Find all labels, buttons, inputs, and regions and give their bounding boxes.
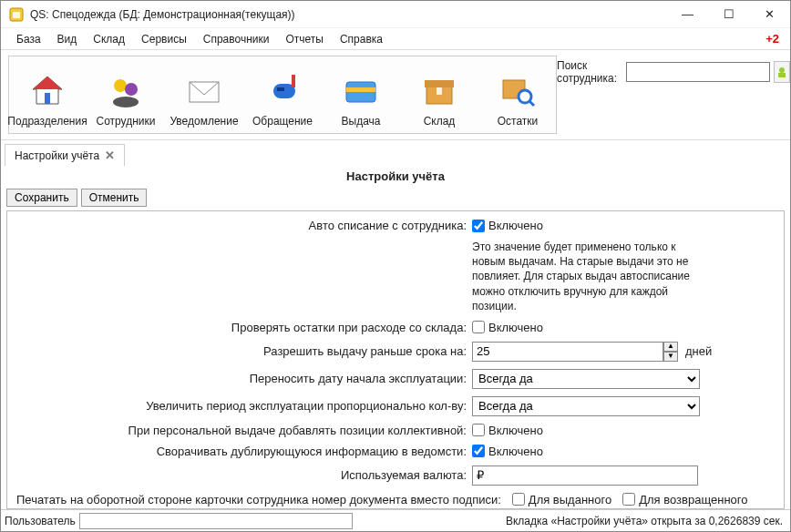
- checkbox-print-returned[interactable]: Для возвращенного: [622, 493, 747, 506]
- toolbar-employees[interactable]: Сотрудники: [87, 58, 164, 131]
- toolbar-notification[interactable]: Уведомление: [166, 58, 242, 131]
- toolbar-remains[interactable]: Остатки: [479, 58, 556, 131]
- main-toolbar: Подразделения Сотрудники Уведомление Обр…: [8, 56, 557, 134]
- checkbox-add-collective-input[interactable]: [472, 424, 485, 436]
- checkbox-print-issued-input[interactable]: [512, 493, 525, 506]
- status-user-input[interactable]: [79, 513, 353, 529]
- maximize-button[interactable]: ☐: [708, 1, 749, 28]
- checkbox-print-returned-input[interactable]: [622, 493, 635, 506]
- label-check-stock: Проверять остатки при расходе со склада:: [16, 321, 472, 334]
- input-allow-early-days[interactable]: [472, 342, 663, 362]
- toolbar-issue[interactable]: Выдача: [323, 58, 399, 131]
- cancel-button[interactable]: Отменить: [81, 189, 148, 207]
- menu-stock[interactable]: Склад: [85, 30, 133, 48]
- status-user-label: Пользователь: [5, 515, 76, 527]
- search-label: Поиск сотрудника:: [557, 59, 622, 85]
- box-icon: [423, 71, 456, 111]
- spinner-allow-early: ▲ ▼: [663, 342, 678, 362]
- envelope-icon: [186, 71, 222, 111]
- svg-rect-8: [190, 82, 219, 102]
- svg-point-7: [113, 97, 139, 107]
- svg-marker-3: [33, 77, 62, 89]
- label-extend-period: Увеличить период эксплуатации пропорцион…: [16, 399, 472, 413]
- toolbar-appeal[interactable]: Обращение: [244, 58, 321, 131]
- toolbar-departments[interactable]: Подразделения: [9, 58, 86, 131]
- page-title: Настройки учёта: [6, 166, 785, 187]
- menu-reports[interactable]: Отчеты: [277, 30, 331, 48]
- plus-indicator[interactable]: +2: [765, 32, 783, 46]
- spinner-up[interactable]: ▲: [663, 342, 678, 352]
- home-icon: [29, 71, 66, 111]
- search-input[interactable]: [626, 62, 770, 82]
- toolbar-row: Подразделения Сотрудники Уведомление Обр…: [1, 50, 790, 140]
- mailbox-icon: [264, 71, 301, 111]
- close-button[interactable]: ✕: [749, 1, 790, 28]
- label-currency: Используемая валюта:: [16, 468, 472, 482]
- svg-rect-13: [346, 87, 375, 92]
- save-button[interactable]: Сохранить: [6, 189, 77, 207]
- svg-line-19: [529, 101, 534, 106]
- action-buttons: Сохранить Отменить: [6, 187, 785, 210]
- svg-rect-4: [45, 93, 50, 104]
- label-shift-date: Переносить дату начала эксплуатации:: [16, 372, 472, 385]
- tabs: Настройки учёта ✕: [1, 140, 790, 166]
- checkbox-print-issued[interactable]: Для выданного: [512, 493, 611, 506]
- label-auto-writeoff: Авто списание с сотрудника:: [16, 219, 472, 232]
- titlebar: QS: Спецодежда (БД: Демонстрационная(тек…: [1, 1, 790, 28]
- svg-rect-10: [277, 87, 284, 91]
- box-search-icon: [499, 71, 536, 111]
- menu-directories[interactable]: Справочники: [195, 30, 278, 48]
- app-icon: [8, 6, 25, 23]
- tab-settings[interactable]: Настройки учёта ✕: [5, 144, 125, 166]
- tab-label: Настройки учёта: [15, 149, 99, 162]
- search-button[interactable]: [774, 61, 790, 83]
- minimize-button[interactable]: —: [667, 1, 708, 28]
- svg-rect-1: [13, 12, 20, 18]
- label-collapse-dup: Сворачивать дублирующуюся информацию в в…: [16, 445, 472, 458]
- checkbox-check-stock[interactable]: Включено: [472, 321, 543, 334]
- checkbox-add-collective[interactable]: Включено: [472, 424, 543, 437]
- label-allow-early: Разрешить выдачу раньше срока на:: [16, 344, 472, 358]
- person-search-icon: [776, 66, 788, 78]
- unit-days: дней: [685, 344, 712, 358]
- svg-rect-16: [437, 87, 442, 95]
- spinner-down[interactable]: ▼: [663, 352, 678, 362]
- svg-rect-15: [425, 80, 454, 87]
- toolbar-stock[interactable]: Склад: [401, 58, 478, 131]
- select-extend-period[interactable]: Всегда да: [472, 396, 700, 416]
- window-title: QS: Спецодежда (БД: Демонстрационная(тек…: [30, 8, 667, 21]
- checkbox-auto-writeoff[interactable]: Включено: [472, 219, 543, 232]
- label-add-collective: При персональной выдаче добавлять позици…: [16, 424, 472, 437]
- search-employee-block: Поиск сотрудника:: [557, 56, 790, 85]
- auto-writeoff-note: Это значение будет применено только к но…: [472, 240, 695, 313]
- svg-rect-21: [778, 73, 786, 77]
- svg-point-20: [779, 67, 785, 73]
- select-shift-date[interactable]: Всегда да: [472, 369, 700, 389]
- menubar: База Вид Склад Сервисы Справочники Отчет…: [1, 28, 790, 50]
- form-panel: Авто списание с сотрудника: Включено Это…: [6, 210, 785, 509]
- svg-point-18: [519, 90, 531, 103]
- status-right: Вкладка «Настройки учёта» открыта за 0,2…: [506, 515, 790, 527]
- checkbox-check-stock-input[interactable]: [472, 321, 485, 333]
- menu-database[interactable]: База: [8, 30, 49, 48]
- checkbox-auto-writeoff-input[interactable]: [472, 220, 485, 232]
- svg-point-5: [114, 79, 127, 92]
- card-icon: [343, 71, 379, 111]
- checkbox-collapse-dup-input[interactable]: [472, 445, 485, 457]
- svg-point-6: [125, 83, 138, 96]
- svg-rect-11: [292, 75, 295, 87]
- menu-view[interactable]: Вид: [49, 30, 86, 48]
- input-currency[interactable]: [472, 466, 698, 486]
- label-print-back: Печатать на оборотной стороне карточки с…: [16, 493, 501, 506]
- tab-close-icon[interactable]: ✕: [105, 148, 115, 162]
- menu-services[interactable]: Сервисы: [133, 30, 195, 48]
- statusbar: Пользователь Вкладка «Настройки учёта» о…: [1, 509, 790, 531]
- content: Настройки учёта Сохранить Отменить Авто …: [1, 166, 790, 509]
- people-icon: [108, 71, 144, 111]
- menu-help[interactable]: Справка: [332, 30, 391, 48]
- checkbox-collapse-dup[interactable]: Включено: [472, 445, 543, 458]
